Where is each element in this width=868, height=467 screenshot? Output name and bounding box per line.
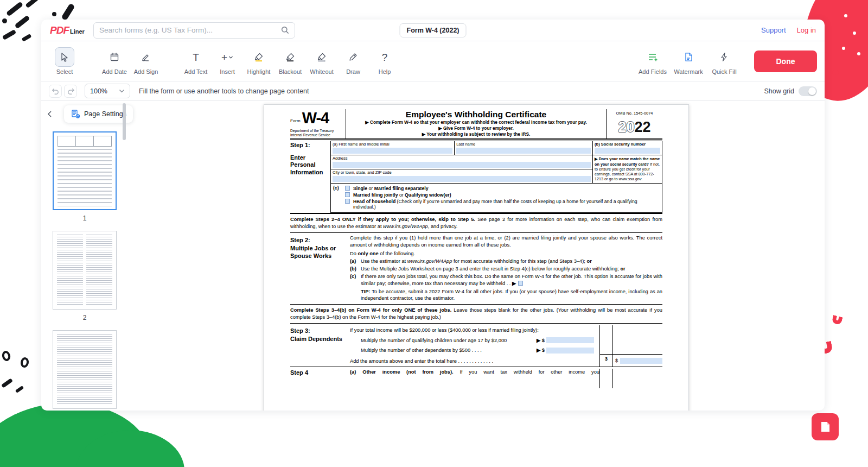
line-text: Multiply the number of other dependents … xyxy=(361,347,482,354)
dept-line2: Internal Revenue Service xyxy=(290,133,343,137)
sidebar-collapse-button[interactable] xyxy=(42,106,58,122)
add-sign-tool-button[interactable]: Add Sign xyxy=(130,47,162,75)
total-amount-input[interactable] xyxy=(620,358,662,364)
tool-label: Add Text xyxy=(184,68,208,75)
form-bullet: ▶ Your withholding is subject to review … xyxy=(349,131,603,137)
logo-pdf-text: PDF xyxy=(50,24,69,36)
help-tool-button[interactable]: ? Help xyxy=(369,47,400,75)
step-sublabel: Multiple Jobs or Spouse Works xyxy=(290,245,348,260)
decor-white-dot xyxy=(844,14,847,17)
redo-icon xyxy=(67,87,75,95)
step-label: Step 4 xyxy=(290,369,350,388)
form-year: 2022 xyxy=(608,119,661,135)
done-button[interactable]: Done xyxy=(754,51,817,72)
insert-tool-button[interactable]: + Insert xyxy=(212,47,243,75)
field-label: (b) Social security number xyxy=(595,142,660,147)
dependents-amount-input[interactable] xyxy=(546,348,594,354)
step4-number-column xyxy=(599,369,612,388)
page-settings-label: Page Settings xyxy=(84,110,126,118)
page-thumbnail-3[interactable] xyxy=(53,330,117,409)
arrow-dollar: ▶ $ xyxy=(537,337,545,344)
zoom-value: 100% xyxy=(90,87,107,95)
children-amount-input[interactable] xyxy=(546,337,594,343)
select-tool-button[interactable]: Select xyxy=(49,47,80,75)
step1-fields-table: (a) First name and middle initial Last n… xyxy=(330,141,662,213)
thumbnail-content xyxy=(57,334,112,405)
w4-form-page: Form W-4 Department of the Treasury Inte… xyxy=(264,104,689,411)
page-settings-icon xyxy=(71,109,80,119)
line-text: Add the amounts above and enter the tota… xyxy=(350,358,493,365)
city-input[interactable] xyxy=(333,176,591,182)
redo-button[interactable] xyxy=(64,85,77,98)
tool-label: Insert xyxy=(220,68,235,75)
decor-ink-stroke xyxy=(14,15,30,29)
undo-button[interactable] xyxy=(49,85,62,98)
two-jobs-checkbox[interactable] xyxy=(518,281,523,286)
decor-ink-dot xyxy=(52,12,56,16)
form-number: W-4 xyxy=(302,110,329,126)
w4-header: Form W-4 Department of the Treasury Inte… xyxy=(290,109,662,140)
address-input[interactable] xyxy=(333,162,591,168)
step2-body: Complete this step if you (1) hold more … xyxy=(350,235,662,302)
document-canvas: Form W-4 Department of the Treasury Inte… xyxy=(128,101,825,411)
married-jointly-checkbox[interactable] xyxy=(345,192,350,197)
search-icon xyxy=(281,26,289,34)
whiteout-tool-button[interactable]: Whiteout xyxy=(306,47,337,75)
page-thumbnail-1[interactable] xyxy=(53,131,117,210)
highlight-tool-button[interactable]: Highlight xyxy=(243,47,275,75)
head-of-household-checkbox[interactable] xyxy=(345,199,350,204)
quick-fill-tool-button[interactable]: Quick Fill xyxy=(706,47,742,75)
blackout-tool-button[interactable]: Blackout xyxy=(275,47,306,75)
line3-amount-cell: $ xyxy=(612,354,662,367)
step1-label-block: Step 1: Enter Personal Information xyxy=(290,140,330,213)
lightning-icon xyxy=(714,47,734,67)
w4-title-block: Employee's Withholding Certificate ▶ Com… xyxy=(346,109,607,138)
show-grid-control: Show grid xyxy=(764,86,817,96)
tool-label: Highlight xyxy=(247,68,271,75)
zoom-select[interactable]: 100% xyxy=(85,84,130,98)
form-bullet: ▶ Complete Form W-4 so that your employe… xyxy=(349,119,603,125)
search-box[interactable] xyxy=(93,22,295,39)
add-date-tool-button[interactable]: Add Date xyxy=(99,47,130,75)
whiteout-marker-icon xyxy=(312,47,331,67)
first-name-input[interactable] xyxy=(333,148,452,154)
step4-section: Step 4 (a) Other income (not from jobs).… xyxy=(290,367,662,388)
address-box: Address xyxy=(331,155,592,169)
step2-section: Step 2: Multiple Jobs or Spouse Works Co… xyxy=(290,233,662,305)
sidebar-scrollbar[interactable] xyxy=(123,103,126,140)
tool-label: Add Sign xyxy=(134,68,158,75)
ssn-box: (b) Social security number xyxy=(593,141,662,155)
support-link[interactable]: Support xyxy=(761,26,786,34)
dollar-sign: $ xyxy=(615,357,618,364)
pen-icon xyxy=(343,47,363,67)
chevron-down-icon xyxy=(228,55,233,60)
last-name-input[interactable] xyxy=(456,148,591,154)
add-text-tool-button[interactable]: T Add Text xyxy=(180,47,212,75)
tool-label: Whiteout xyxy=(310,68,333,75)
single-checkbox[interactable] xyxy=(345,186,350,191)
tool-label: Help xyxy=(379,68,391,75)
login-link[interactable]: Log in xyxy=(797,26,816,34)
decor-red-u-stroke xyxy=(831,315,843,325)
pdfliner-logo[interactable]: PDF Liner xyxy=(50,24,85,36)
decor-ring xyxy=(20,357,29,368)
step2-option-b: (b) Use the Multiple Jobs Worksheet on p… xyxy=(350,266,662,273)
help-icon: ? xyxy=(375,47,394,67)
arrow-dollar: ▶ $ xyxy=(537,347,545,354)
page-thumbnail-2[interactable] xyxy=(53,231,117,310)
form-bullet: ▶ Give Form W-4 to your employer. xyxy=(349,125,603,131)
show-grid-toggle[interactable] xyxy=(799,86,817,96)
step2-tip: TIP: To be accurate, submit a 2022 Form … xyxy=(350,288,662,302)
header-links: Support Log in xyxy=(761,26,816,34)
chevron-left-icon xyxy=(46,110,54,118)
thumbnail-content xyxy=(57,235,112,306)
page-thumbnails: 1 2 3 xyxy=(41,131,128,411)
search-input[interactable] xyxy=(99,26,281,34)
sub-toolbar: 100% Fill the form or use another tools … xyxy=(41,81,825,101)
draw-tool-button[interactable]: Draw xyxy=(337,47,369,75)
ssn-input[interactable] xyxy=(595,148,660,154)
toolbar-right-group: Add Fields Watermark Quick Fill Done xyxy=(635,47,817,75)
watermark-tool-button[interactable]: Watermark xyxy=(671,47,706,75)
calendar-icon xyxy=(105,47,124,67)
add-fields-tool-button[interactable]: Add Fields xyxy=(635,47,671,75)
